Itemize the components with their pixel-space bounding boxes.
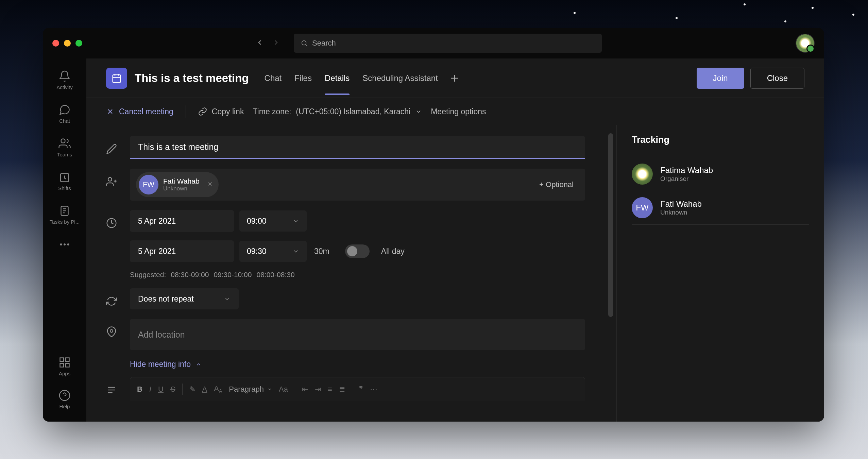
rail-label: Apps — [59, 371, 70, 376]
teams-icon — [58, 137, 71, 150]
chevron-down-icon — [415, 108, 422, 115]
tracker-row[interactable]: Fatima Wahab Organiser — [632, 157, 809, 191]
svg-rect-10 — [66, 363, 69, 367]
start-date-input[interactable]: 5 Apr 2021 — [130, 210, 234, 232]
attendee-avatar: FW — [139, 175, 158, 194]
rail-more[interactable] — [43, 235, 86, 254]
app-rail: Activity Chat Teams Shifts Tasks by Pl..… — [43, 58, 86, 422]
people-icon — [106, 169, 118, 188]
rail-label: Teams — [57, 152, 72, 157]
close-window-button[interactable] — [52, 40, 59, 47]
svg-point-7 — [67, 243, 69, 245]
svg-point-28 — [110, 329, 113, 332]
paragraph-select[interactable]: Paragraph — [229, 385, 272, 394]
tab-files[interactable]: Files — [294, 61, 312, 95]
tracking-panel: Tracking Fatima Wahab Organiser FW Fati … — [617, 125, 824, 422]
rail-shifts[interactable]: Shifts — [43, 168, 86, 194]
meeting-title: This is a test meeting — [135, 72, 249, 85]
highlight-button[interactable]: ✎ — [189, 385, 195, 394]
minimize-window-button[interactable] — [64, 40, 71, 47]
end-time-select[interactable]: 09:30 — [239, 241, 307, 262]
tab-scheduling-assistant[interactable]: Scheduling Assistant — [362, 61, 438, 95]
titlebar: Search — [43, 28, 824, 58]
shifts-icon — [58, 171, 71, 183]
tab-details[interactable]: Details — [325, 61, 350, 95]
meeting-title-input[interactable] — [130, 136, 585, 159]
font-color-button[interactable]: A — [202, 385, 207, 394]
close-button[interactable]: Close — [750, 68, 804, 89]
add-optional-button[interactable]: + Optional — [539, 180, 579, 189]
search-icon — [301, 39, 308, 47]
meeting-header: This is a test meeting Chat Files Detail… — [86, 58, 824, 98]
quote-button[interactable]: ❞ — [359, 385, 363, 394]
tab-chat[interactable]: Chat — [265, 61, 282, 95]
end-date-input[interactable]: 5 Apr 2021 — [130, 240, 234, 262]
hide-meeting-info-button[interactable]: Hide meeting info — [130, 360, 585, 369]
underline-button[interactable]: U — [158, 385, 164, 394]
chevron-down-icon — [267, 387, 272, 392]
tracker-row[interactable]: FW Fati Wahab Unknown — [632, 191, 809, 225]
rail-label: Activity — [56, 84, 73, 90]
rail-chat[interactable]: Chat — [43, 100, 86, 127]
window-controls — [52, 40, 82, 47]
svg-point-2 — [61, 139, 65, 143]
remove-attendee-button[interactable] — [207, 181, 213, 188]
clear-format-button[interactable]: Aa — [279, 385, 288, 394]
suggestion-slot[interactable]: 08:00-08:30 — [256, 271, 294, 279]
tracker-name: Fati Wahab — [660, 199, 702, 209]
chevron-down-icon — [292, 218, 299, 224]
rail-help[interactable]: Help — [58, 386, 71, 413]
bullet-list-button[interactable]: ≡ — [328, 385, 332, 394]
help-icon — [58, 389, 71, 402]
svg-rect-11 — [60, 363, 64, 367]
allday-label: All day — [381, 247, 405, 256]
allday-toggle[interactable] — [345, 244, 370, 258]
user-avatar[interactable] — [796, 34, 815, 53]
maximize-window-button[interactable] — [75, 40, 82, 47]
suggestion-slot[interactable]: 09:30-10:00 — [214, 271, 252, 279]
tracker-avatar: FW — [632, 197, 653, 218]
meeting-options-button[interactable]: Meeting options — [431, 107, 486, 116]
strike-button[interactable]: S — [170, 385, 175, 394]
meeting-form: FW Fati Wahab Unknown + Option — [86, 125, 617, 422]
chevron-down-icon — [292, 248, 299, 255]
cancel-meeting-button[interactable]: Cancel meeting — [106, 107, 173, 116]
italic-button[interactable]: I — [149, 385, 151, 394]
repeat-select[interactable]: Does not repeat — [130, 288, 239, 309]
bold-button[interactable]: B — [137, 385, 142, 394]
suggestion-slot[interactable]: 08:30-09:00 — [171, 271, 209, 279]
svg-point-0 — [302, 41, 306, 45]
tracker-avatar — [632, 164, 653, 185]
attendee-chip: FW Fati Wahab Unknown — [136, 172, 219, 197]
rail-tasks[interactable]: Tasks by Pl... — [43, 201, 86, 228]
rail-activity[interactable]: Activity — [43, 67, 86, 94]
timezone-selector[interactable]: Time zone: (UTC+05:00) Islamabad, Karach… — [253, 107, 422, 116]
indent-button[interactable]: ⇥ — [315, 385, 321, 394]
outdent-button[interactable]: ⇤ — [302, 385, 308, 394]
add-tab-button[interactable] — [449, 73, 460, 83]
rail-teams[interactable]: Teams — [43, 134, 86, 161]
more-icon — [58, 238, 71, 251]
join-button[interactable]: Join — [697, 68, 744, 89]
svg-point-22 — [108, 177, 112, 181]
content-area: This is a test meeting Chat Files Detail… — [86, 58, 824, 422]
rail-apps[interactable]: Apps — [58, 353, 71, 380]
svg-rect-14 — [113, 75, 121, 83]
search-input[interactable]: Search — [294, 34, 602, 53]
nav-back-button[interactable] — [256, 38, 264, 48]
location-input[interactable]: Add location — [130, 319, 585, 350]
nav-forward-button[interactable] — [272, 38, 280, 48]
more-format-button[interactable]: ⋯ — [370, 385, 377, 394]
scrollbar[interactable] — [608, 133, 613, 317]
font-size-button[interactable]: AA — [214, 384, 222, 394]
svg-point-12 — [59, 390, 70, 401]
meeting-tabs: Chat Files Details Scheduling Assistant — [265, 61, 438, 95]
start-time-select[interactable]: 09:00 — [239, 210, 307, 232]
number-list-button[interactable]: ≣ — [339, 385, 345, 394]
search-placeholder: Search — [312, 39, 336, 48]
chevron-down-icon — [224, 295, 231, 302]
copy-link-button[interactable]: Copy link — [198, 107, 244, 116]
chevron-up-icon — [195, 361, 202, 368]
tracker-role: Unknown — [660, 209, 702, 216]
attendees-input[interactable]: FW Fati Wahab Unknown + Option — [130, 169, 585, 201]
